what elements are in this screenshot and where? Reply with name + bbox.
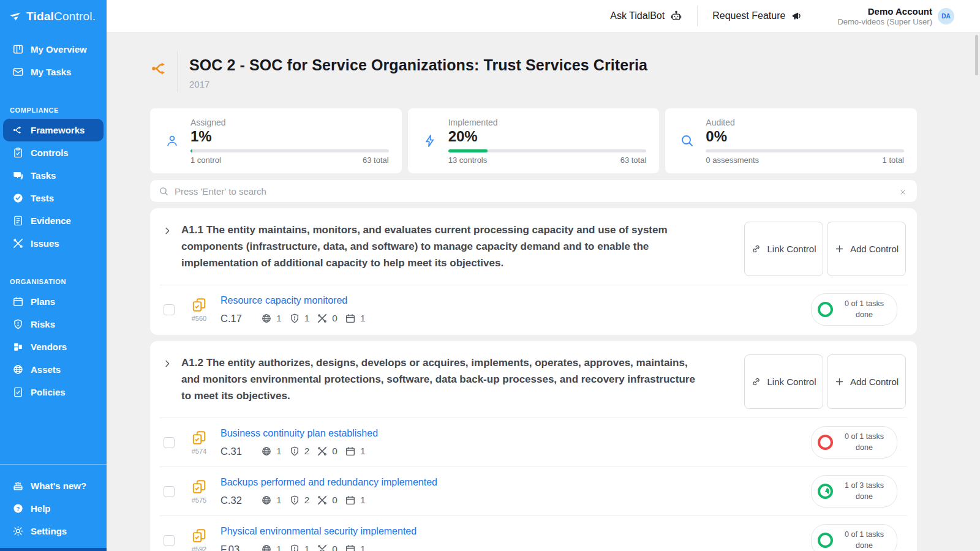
search-input[interactable] bbox=[175, 186, 899, 197]
sidebar-item-evidence[interactable]: Evidence bbox=[3, 209, 104, 232]
shield-icon bbox=[289, 544, 300, 551]
globe-count: 1 bbox=[276, 446, 282, 457]
control-link[interactable]: Backups performed and redundancy impleme… bbox=[221, 477, 437, 488]
control-link[interactable]: Resource capacity monitored bbox=[221, 295, 347, 306]
globe-icon bbox=[12, 364, 24, 375]
plus-icon bbox=[834, 244, 845, 254]
link-control-button[interactable]: Link Control bbox=[744, 354, 823, 409]
globe-icon bbox=[261, 495, 272, 506]
plus-icon bbox=[834, 377, 845, 387]
control-link[interactable]: Physical environmental security implemen… bbox=[221, 526, 417, 537]
sidebar-item-my-overview[interactable]: My Overview bbox=[3, 38, 104, 61]
control-code: C.32 bbox=[221, 495, 258, 506]
sidebar-item-settings[interactable]: Settings bbox=[3, 520, 104, 542]
row-checkbox[interactable] bbox=[164, 535, 175, 546]
sidebar-item-my-tasks[interactable]: My Tasks bbox=[3, 61, 104, 83]
link-control-button[interactable]: Link Control bbox=[744, 222, 823, 276]
sidebar-item-label: Plans bbox=[31, 296, 55, 307]
organisation-section-label: ORGANISATION bbox=[0, 278, 107, 290]
control-clipboard-icon bbox=[191, 479, 207, 495]
sidebar: TidalControl. My Overview My Tasks COMPL… bbox=[0, 0, 107, 551]
chevron-right-icon[interactable] bbox=[162, 359, 172, 369]
cake-icon bbox=[12, 480, 24, 492]
framework-icon bbox=[150, 59, 170, 78]
control-row: #574 Business continuity plan establishe… bbox=[160, 418, 907, 467]
shield-count: 2 bbox=[304, 446, 310, 457]
task-progress-ring bbox=[818, 533, 833, 548]
task-status-badge: 1 of 3 tasksdone bbox=[811, 475, 897, 508]
sidebar-item-controls[interactable]: Controls bbox=[3, 141, 104, 164]
task-progress-ring bbox=[818, 302, 833, 317]
control-link[interactable]: Business continuity plan established bbox=[221, 428, 378, 439]
sidebar-item-label: My Tasks bbox=[31, 67, 71, 77]
clear-search-icon[interactable] bbox=[899, 187, 907, 195]
sidebar-item-issues[interactable]: Issues bbox=[3, 232, 104, 255]
control-code: C.31 bbox=[221, 446, 258, 457]
check-circle-icon bbox=[12, 192, 24, 204]
stat-count: 13 controls bbox=[448, 156, 488, 165]
sidebar-item-help[interactable]: Help bbox=[3, 497, 104, 520]
sidebar-item-risks[interactable]: Risks bbox=[3, 313, 104, 335]
chevron-right-icon[interactable] bbox=[162, 226, 172, 236]
stat-cards: Assigned 1% 1 control 63 total Implement… bbox=[150, 108, 917, 173]
request-feature-label: Request Feature bbox=[712, 10, 785, 21]
sidebar-item-label: Policies bbox=[31, 387, 66, 397]
tools-count: 0 bbox=[332, 495, 337, 506]
stat-percent: 0% bbox=[706, 128, 904, 145]
control-row: #560 Resource capacity monitored C.17 1 … bbox=[160, 285, 907, 334]
magnifier-icon bbox=[680, 133, 695, 148]
row-checkbox[interactable] bbox=[164, 486, 175, 497]
app-name: TidalControl. bbox=[26, 10, 96, 23]
globe-icon bbox=[261, 313, 272, 324]
add-control-button[interactable]: Add Control bbox=[827, 222, 906, 276]
tools-count: 0 bbox=[332, 446, 337, 457]
avatar[interactable]: DA bbox=[938, 8, 954, 24]
control-clipboard-icon bbox=[191, 297, 207, 313]
globe-count: 1 bbox=[276, 544, 282, 551]
row-checkbox[interactable] bbox=[164, 437, 175, 448]
branch-icon bbox=[12, 124, 24, 136]
sidebar-item-whats-new[interactable]: What's new? bbox=[3, 474, 104, 497]
sidebar-item-tests[interactable]: Tests bbox=[3, 187, 104, 209]
crossed-tools-icon bbox=[317, 544, 328, 551]
chat-bubbles-icon bbox=[12, 170, 24, 181]
control-id: #575 bbox=[192, 497, 206, 504]
sidebar-item-policies[interactable]: Policies bbox=[3, 381, 104, 403]
control-row: #592 Physical environmental security imp… bbox=[160, 515, 907, 551]
sidebar-item-frameworks[interactable]: Frameworks bbox=[3, 119, 104, 141]
calendar-icon bbox=[345, 313, 356, 324]
sidebar-item-tasks[interactable]: Tasks bbox=[3, 164, 104, 187]
add-control-button[interactable]: Add Control bbox=[827, 354, 906, 409]
account-name: Demo Account bbox=[837, 6, 932, 17]
sidebar-item-plans[interactable]: Plans bbox=[3, 290, 104, 313]
stat-total: 1 total bbox=[883, 156, 904, 165]
control-id: #560 bbox=[192, 315, 206, 322]
calendar-icon bbox=[12, 296, 24, 307]
task-status-badge: 0 of 1 tasksdone bbox=[811, 524, 897, 551]
sidebar-item-label: Tasks bbox=[31, 170, 56, 181]
criteria-section-a1-2: A1.2 The entity authorizes, designs, dev… bbox=[150, 341, 917, 551]
crossed-tools-icon bbox=[317, 313, 328, 324]
task-status-text: 0 of 1 tasksdone bbox=[839, 530, 889, 551]
sidebar-item-vendors[interactable]: Vendors bbox=[3, 335, 104, 358]
page-title: SOC 2 - SOC for Service Organizations: T… bbox=[189, 56, 647, 74]
ask-tidalbot-button[interactable]: Ask TidalBot bbox=[610, 10, 682, 22]
stat-card-assigned: Assigned 1% 1 control 63 total bbox=[150, 108, 402, 173]
sidebar-item-label: Tests bbox=[31, 193, 54, 203]
shield-icon bbox=[289, 313, 300, 324]
app-logo[interactable]: TidalControl. bbox=[0, 0, 107, 32]
stat-total: 63 total bbox=[620, 156, 647, 165]
sidebar-item-label: Risks bbox=[31, 319, 55, 329]
scrollbar-thumb[interactable] bbox=[975, 35, 978, 75]
request-feature-button[interactable]: Request Feature bbox=[712, 10, 803, 22]
lightning-icon bbox=[423, 133, 437, 148]
row-checkbox[interactable] bbox=[164, 304, 175, 315]
account-menu[interactable]: Demo Account Demo-videos (Super User) DA bbox=[837, 6, 954, 26]
stat-total: 63 total bbox=[363, 156, 389, 165]
control-code: F.03 bbox=[221, 544, 258, 551]
task-status-text: 0 of 1 tasksdone bbox=[839, 432, 889, 453]
search-bar bbox=[150, 180, 917, 202]
sidebar-item-label: Issues bbox=[31, 238, 59, 249]
sidebar-item-label: My Overview bbox=[31, 44, 87, 54]
sidebar-item-assets[interactable]: Assets bbox=[3, 358, 104, 381]
